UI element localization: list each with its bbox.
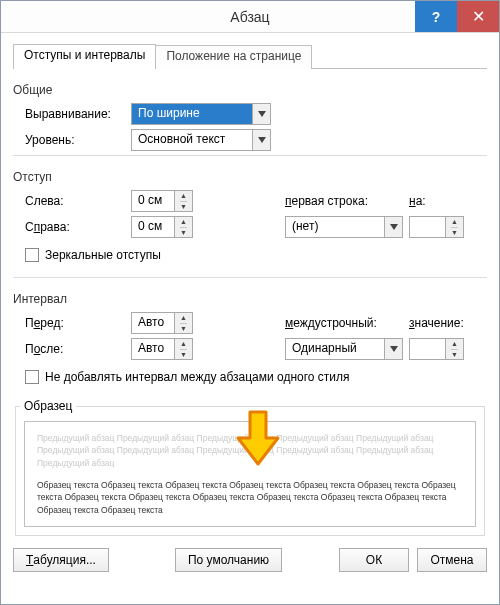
indent-right-label: Справа:: [25, 220, 125, 234]
spacing-after-value: Авто: [132, 339, 174, 359]
indent-left-value: 0 см: [132, 191, 174, 211]
spinner-buttons[interactable]: ▲▼: [174, 217, 192, 237]
group-general-title: Общие: [13, 83, 487, 97]
no-add-space-label: Не добавлять интервал между абзацами одн…: [45, 370, 350, 384]
spacing-before-value: Авто: [132, 313, 174, 333]
indent-left-spinner[interactable]: 0 см ▲▼: [131, 190, 193, 212]
no-add-space-checkbox[interactable]: Не добавлять интервал между абзацами одн…: [25, 370, 350, 384]
chevron-down-icon[interactable]: [384, 217, 402, 237]
firstline-combo[interactable]: (нет): [285, 216, 403, 238]
group-spacing-title: Интервал: [13, 292, 487, 306]
firstline-label: первая строка:: [285, 194, 403, 208]
level-value: Основной текст: [132, 130, 252, 150]
spinner-buttons[interactable]: ▲▼: [445, 339, 463, 359]
checkbox-box: [25, 248, 39, 262]
alignment-value: По ширине: [132, 104, 252, 124]
tab-page-position[interactable]: Положение на странице: [155, 45, 312, 69]
spacing-after-spinner[interactable]: Авто ▲▼: [131, 338, 193, 360]
group-indent-title: Отступ: [13, 170, 487, 184]
default-button[interactable]: По умолчанию: [175, 548, 282, 572]
cancel-button[interactable]: Отмена: [417, 548, 487, 572]
tab-label: Отступы и интервалы: [24, 48, 145, 62]
indent-by-spinner[interactable]: ▲▼: [409, 216, 464, 238]
indent-by-label: на:: [409, 194, 435, 208]
chevron-down-icon[interactable]: [252, 104, 270, 124]
row-spacing-before: Перед: Авто ▲▼ междустрочный: значение:: [25, 312, 487, 334]
tab-label: Положение на странице: [166, 49, 301, 63]
spacing-at-value: [410, 339, 445, 359]
chevron-down-icon[interactable]: [252, 130, 270, 150]
titlebar: Абзац ? ✕: [1, 1, 499, 33]
row-level: Уровень: Основной текст: [25, 129, 487, 151]
level-combo[interactable]: Основной текст: [131, 129, 271, 151]
spinner-buttons[interactable]: ▲▼: [174, 313, 192, 333]
row-alignment: Выравнивание: По ширине: [25, 103, 487, 125]
tab-indents-and-spacing[interactable]: Отступы и интервалы: [13, 44, 156, 69]
mirror-indents-checkbox[interactable]: Зеркальные отступы: [25, 248, 161, 262]
alignment-label: Выравнивание:: [25, 107, 125, 121]
indent-left-label: Слева:: [25, 194, 125, 208]
help-button[interactable]: ?: [415, 1, 457, 32]
spinner-buttons[interactable]: ▲▼: [445, 217, 463, 237]
sample-legend: Образец: [20, 399, 76, 413]
divider: [13, 277, 487, 278]
spacing-before-label: Перед:: [25, 316, 125, 330]
indent-by-value: [410, 217, 445, 237]
close-button[interactable]: ✕: [457, 1, 499, 32]
row-spacing-after: После: Авто ▲▼ Одинарный ▲▼: [25, 338, 487, 360]
tabs-button[interactable]: Табуляция...: [13, 548, 109, 572]
indent-right-value: 0 см: [132, 217, 174, 237]
spacing-after-label: После:: [25, 342, 125, 356]
spacing-at-spinner[interactable]: ▲▼: [409, 338, 464, 360]
chevron-down-icon[interactable]: [384, 339, 402, 359]
spinner-buttons[interactable]: ▲▼: [174, 191, 192, 211]
indent-right-spinner[interactable]: 0 см ▲▼: [131, 216, 193, 238]
dialog-buttons: Табуляция... По умолчанию ОК Отмена: [13, 548, 487, 572]
tab-strip: Отступы и интервалы Положение на страниц…: [13, 43, 487, 69]
row-indent-left: Слева: 0 см ▲▼ первая строка: на:: [25, 190, 487, 212]
mirror-indents-label: Зеркальные отступы: [45, 248, 161, 262]
sample-fieldset: Образец Предыдущий абзац Предыдущий абза…: [15, 399, 485, 536]
level-label: Уровень:: [25, 133, 125, 147]
ok-button[interactable]: ОК: [339, 548, 409, 572]
divider: [13, 155, 487, 156]
spacing-at-label: значение:: [409, 316, 464, 330]
sample-preview: Предыдущий абзац Предыдущий абзац Предыд…: [24, 421, 476, 527]
linespacing-label: междустрочный:: [285, 316, 403, 330]
spacing-before-spinner[interactable]: Авто ▲▼: [131, 312, 193, 334]
linespacing-combo[interactable]: Одинарный: [285, 338, 403, 360]
window-controls: ? ✕: [415, 1, 499, 32]
spinner-buttons[interactable]: ▲▼: [174, 339, 192, 359]
sample-previous-text: Предыдущий абзац Предыдущий абзац Предыд…: [37, 432, 463, 469]
row-indent-right: Справа: 0 см ▲▼ (нет) ▲▼: [25, 216, 487, 238]
checkbox-box: [25, 370, 39, 384]
alignment-combo[interactable]: По ширине: [131, 103, 271, 125]
linespacing-value: Одинарный: [286, 339, 384, 359]
dialog-content: Отступы и интервалы Положение на страниц…: [1, 33, 499, 584]
sample-current-text: Образец текста Образец текста Образец те…: [37, 479, 463, 516]
firstline-value: (нет): [286, 217, 384, 237]
